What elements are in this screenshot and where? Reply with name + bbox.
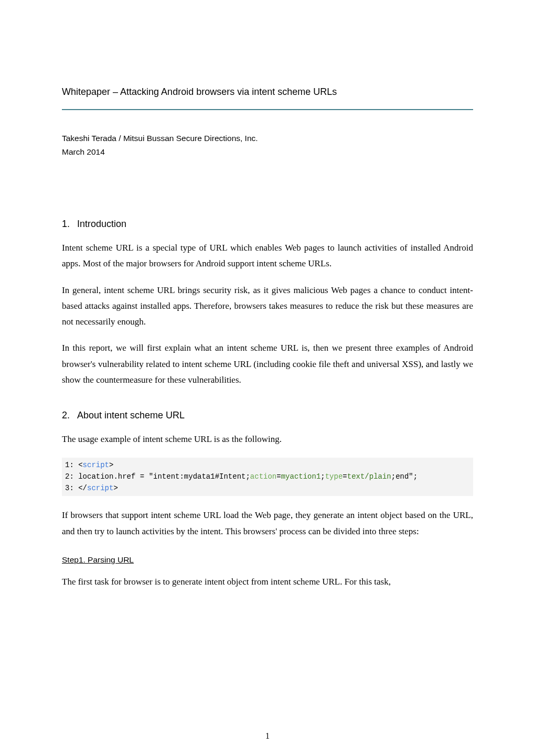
code-value: text/plain [347,472,391,481]
title-rule [62,109,473,110]
code-attr: action [250,472,276,481]
section-title: About intent scheme URL [77,410,185,420]
paragraph: The usage example of intent scheme URL i… [62,431,473,447]
date-line: March 2014 [62,147,473,157]
page-number: 1 [0,731,535,741]
step-heading: Step1. Parsing URL [62,555,473,565]
section-number: 1. [62,219,70,230]
section-heading-2: 2.About intent scheme URL [62,410,473,421]
author-line: Takeshi Terada / Mitsui Bussan Secure Di… [62,134,473,143]
code-value: myaction1 [281,472,321,481]
code-attr: type [325,472,343,481]
section-1-body: Intent scheme URL is a special type of U… [62,240,473,388]
page: Whitepaper – Attacking Android browsers … [0,0,535,590]
code-tag: script [87,484,113,492]
section-2-body: The usage example of intent scheme URL i… [62,431,473,447]
code-line: 1: <script> [65,460,470,471]
section-2-body-cont: If browsers that support intent scheme U… [62,507,473,539]
page-title: Whitepaper – Attacking Android browsers … [62,87,473,98]
paragraph: Intent scheme URL is a special type of U… [62,240,473,272]
step-1-body: The first task for browser is to generat… [62,574,473,590]
section-heading-1: 1.Introduction [62,219,473,230]
code-block: 1: <script> 2: location.href = "intent:m… [62,458,473,496]
code-tag: script [83,461,109,469]
paragraph: If browsers that support intent scheme U… [62,507,473,539]
paragraph: In general, intent scheme URL brings sec… [62,283,473,330]
code-line: 3: </script> [65,483,470,494]
paragraph: In this report, we will first explain wh… [62,340,473,388]
paragraph: The first task for browser is to generat… [62,574,473,590]
section-number: 2. [62,410,70,421]
code-line: 2: location.href = "intent:mydata1#Inten… [65,471,470,483]
section-title: Introduction [77,219,126,229]
